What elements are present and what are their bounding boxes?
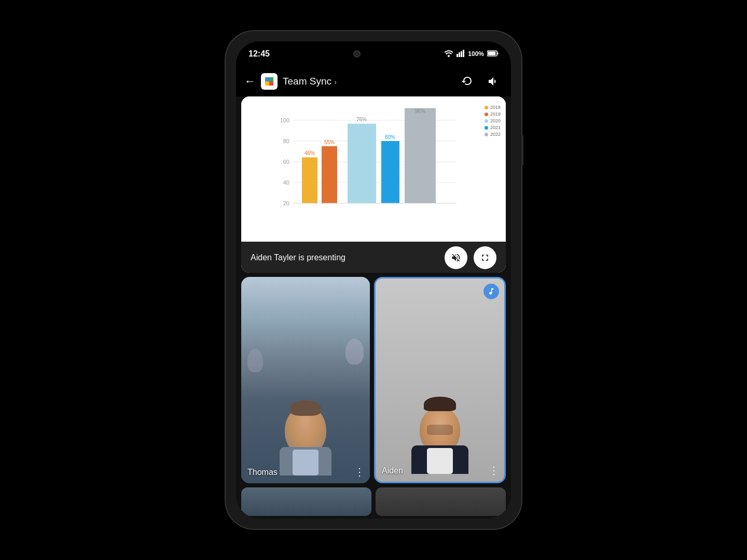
svg-rect-1 <box>457 54 458 57</box>
svg-rect-3 <box>461 51 462 57</box>
legend-label-2018: 2018 <box>490 105 501 110</box>
phone-screen: 12:45 1 <box>236 41 511 519</box>
svg-text:96%: 96% <box>415 108 425 114</box>
svg-marker-27 <box>348 123 376 203</box>
svg-text:100: 100 <box>280 117 289 123</box>
svg-marker-9 <box>265 77 269 81</box>
mute-button[interactable] <box>445 246 467 269</box>
legend-dot-2018 <box>485 106 488 109</box>
svg-text:55%: 55% <box>324 139 335 145</box>
participant-menu-aiden[interactable]: ⋮ <box>489 464 499 477</box>
svg-point-0 <box>448 55 450 57</box>
phone-device: 12:45 1 <box>226 31 521 529</box>
battery-text: 100% <box>468 50 484 58</box>
bar-chart: 100 80 60 40 20 46% 55% 76% <box>246 105 501 229</box>
svg-text:80: 80 <box>283 138 289 144</box>
svg-text:46%: 46% <box>305 150 315 156</box>
svg-text:60: 60 <box>283 159 289 165</box>
status-icons: 100% <box>444 50 499 59</box>
chart-legend: 2018 2019 2020 2021 <box>485 105 501 137</box>
fullscreen-button[interactable] <box>474 246 496 269</box>
participant-name-aiden: Aiden <box>382 466 403 475</box>
participant-card-thomas: Thomas ⋮ <box>241 277 370 483</box>
legend-label-2022: 2022 <box>490 132 501 137</box>
svg-marker-25 <box>322 146 337 203</box>
svg-text:20: 20 <box>283 200 289 206</box>
legend-item-2021: 2021 <box>485 125 501 130</box>
presenting-text: Aiden Tayler is presenting <box>251 253 345 262</box>
chart-container: 2018 2019 2020 2021 <box>241 96 506 242</box>
participant-name-thomas: Thomas <box>247 468 278 477</box>
rotate-camera-button[interactable] <box>458 72 477 91</box>
svg-marker-10 <box>269 77 273 81</box>
legend-item-2018: 2018 <box>485 105 501 110</box>
legend-label-2020: 2020 <box>490 118 501 123</box>
peek-card-left <box>241 487 371 516</box>
svg-rect-2 <box>459 52 460 57</box>
battery-icon <box>487 50 499 58</box>
presenting-actions <box>445 246 496 269</box>
camera-notch <box>353 50 361 58</box>
svg-rect-7 <box>497 52 499 54</box>
svg-text:40: 40 <box>283 179 289 186</box>
power-button[interactable] <box>521 135 523 166</box>
legend-dot-2022 <box>485 133 488 136</box>
presenting-bar: Aiden Tayler is presenting <box>241 242 506 273</box>
participant-menu-thomas[interactable]: ⋮ <box>354 466 365 478</box>
svg-marker-12 <box>269 81 273 86</box>
call-title: Team Sync › <box>283 76 453 87</box>
legend-label-2021: 2021 <box>490 125 501 130</box>
app-icon <box>261 73 278 90</box>
legend-label-2019: 2019 <box>490 111 501 117</box>
legend-dot-2019 <box>485 113 488 116</box>
svg-marker-11 <box>265 81 269 86</box>
status-time: 12:45 <box>248 49 270 59</box>
legend-item-2019: 2019 <box>485 111 501 117</box>
svg-marker-23 <box>302 158 317 203</box>
legend-dot-2020 <box>485 119 488 123</box>
legend-item-2020: 2020 <box>485 118 501 123</box>
top-bar-actions <box>458 72 503 91</box>
svg-rect-4 <box>463 50 464 57</box>
presentation-area: 2018 2019 2020 2021 <box>241 96 506 273</box>
speaker-indicator <box>483 284 499 299</box>
participant-card-aiden: Aiden ⋮ <box>374 277 506 483</box>
status-bar: 12:45 1 <box>236 41 511 66</box>
peek-card-right <box>376 487 506 516</box>
volume-button[interactable] <box>484 72 503 91</box>
svg-text:60%: 60% <box>385 134 395 140</box>
back-button[interactable]: ← <box>244 75 256 88</box>
legend-item-2022: 2022 <box>485 132 501 137</box>
legend-dot-2021 <box>485 126 488 130</box>
signal-icon <box>457 50 465 59</box>
svg-rect-6 <box>488 51 496 55</box>
wifi-icon <box>444 50 453 59</box>
svg-marker-29 <box>381 141 399 203</box>
svg-text:76%: 76% <box>356 117 367 122</box>
bottom-peek-row <box>236 487 511 519</box>
participants-grid: Thomas ⋮ <box>236 273 511 487</box>
top-bar: ← Team Sync › <box>236 66 511 96</box>
svg-marker-31 <box>405 108 436 203</box>
